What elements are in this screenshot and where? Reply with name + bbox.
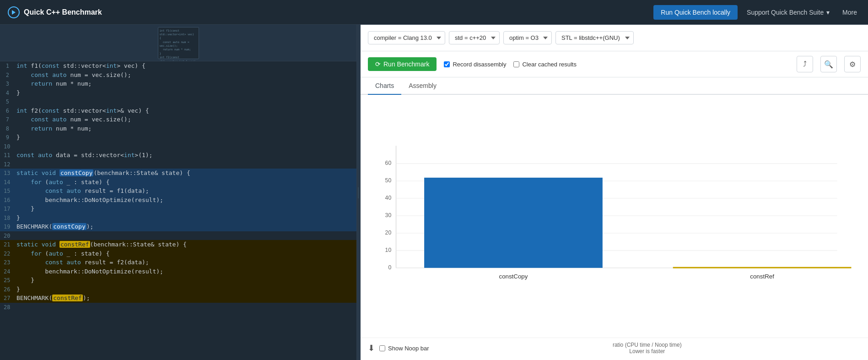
std-select[interactable]: std = c++20 std = c++17 std = c++14 (449, 31, 500, 44)
share-icon-button[interactable]: ⤴ (797, 56, 813, 72)
editor-panel: int f1(const std::vector<int> vec) { con… (0, 25, 357, 360)
code-line-26: 26 } (0, 285, 356, 294)
clock-icon: ⟳ (375, 60, 381, 68)
download-icon[interactable]: ⬇ (368, 343, 375, 353)
share-icon: ⤴ (803, 60, 807, 68)
show-noop-checkbox[interactable] (379, 345, 385, 351)
logo-area: Quick C++ Benchmark (7, 6, 102, 19)
show-noop-toggle[interactable]: Show Noop bar (379, 345, 429, 352)
logo-icon (7, 6, 20, 19)
code-line: 28 (0, 303, 356, 312)
svg-text:0: 0 (388, 264, 391, 271)
code-line-23: 23 const auto result = f2(data); (0, 258, 356, 267)
compiler-select[interactable]: compiler = Clang 13.0 compiler = Clang 1… (368, 31, 445, 44)
code-line: 10 (0, 142, 356, 151)
code-line-13: 13 static void constCopy(benchmark::Stat… (0, 169, 356, 178)
panel-divider[interactable] (357, 25, 361, 360)
more-button[interactable]: More (839, 7, 861, 18)
svg-text:50: 50 (385, 177, 392, 184)
settings-icon-button[interactable]: ⚙ (844, 56, 861, 72)
code-line: 3 return num * num; (0, 79, 356, 88)
run-locally-button[interactable]: Run Quick Bench locally (653, 5, 738, 20)
code-line: 2 const auto num = vec.size(); (0, 71, 356, 80)
code-line-21: 21 static void constRef(benchmark::State… (0, 240, 356, 249)
svg-text:constRef: constRef (750, 273, 774, 280)
chart-footer: ⬇ Show Noop bar ratio (CPU time / Noop t… (361, 338, 868, 360)
svg-text:30: 30 (385, 212, 392, 218)
main-area: int f1(const std::vector<int> vec) { con… (0, 25, 868, 360)
svg-text:60: 60 (385, 160, 392, 166)
code-line-19: 19 BENCHMARK(constCopy); (0, 222, 356, 231)
code-editor[interactable]: 1 int f1(const std::vector<int> vec) { 2… (0, 61, 356, 360)
benchmark-chart: 0 10 20 30 40 50 60 (368, 102, 861, 330)
tabs-bar: Charts Assembly (361, 77, 868, 95)
header: Quick C++ Benchmark Run Quick Bench loca… (0, 0, 868, 25)
record-disassembly-toggle[interactable]: Record disassembly (444, 61, 506, 68)
editor-thumbnail: int f1(const std::vector<int> vec) { con… (0, 25, 356, 61)
tab-assembly[interactable]: Assembly (401, 77, 444, 95)
svg-text:20: 20 (385, 229, 392, 236)
code-line-22: 22 for (auto _ : state) { (0, 249, 356, 258)
support-button[interactable]: Support Quick Bench Suite ▾ (743, 7, 833, 18)
code-line-24: 24 benchmark::DoNotOptimize(result); (0, 267, 356, 276)
svg-text:10: 10 (385, 247, 392, 253)
header-actions: Run Quick Bench locally Support Quick Be… (653, 5, 861, 20)
code-line: 5 (0, 97, 356, 106)
code-line-17: 17 } (0, 204, 356, 213)
code-line: 7 const auto num = vec.size(); (0, 115, 356, 124)
code-line-25: 25 } (0, 276, 356, 285)
code-line: 1 int f1(const std::vector<int> vec) { (0, 61, 356, 71)
chart-footnote: ratio (CPU time / Noop time) Lower is fa… (434, 342, 861, 355)
clear-cached-toggle[interactable]: Clear cached results (513, 61, 577, 68)
optim-select[interactable]: optim = O3 optim = O2 optim = O1 (503, 31, 552, 44)
thumbnail-preview: int f1(const std::vector<int> vec) { con… (158, 27, 199, 59)
code-line-15: 15 const auto result = f1(data); (0, 186, 356, 196)
code-line-16: 16 benchmark::DoNotOptimize(result); (0, 196, 356, 205)
svg-text:40: 40 (385, 195, 392, 201)
code-line: 9 } (0, 133, 356, 142)
code-line: 6 int f2(const std::vector<int>& vec) { (0, 106, 356, 115)
app-title: Quick C++ Benchmark (24, 8, 102, 16)
svg-text:constCopy: constCopy (499, 273, 528, 280)
controls-bar: compiler = Clang 13.0 compiler = Clang 1… (361, 25, 868, 51)
search-icon-button[interactable]: 🔍 (820, 56, 837, 72)
stl-select[interactable]: STL = libstdc++(GNU) STL = libc++(LLVM) (555, 31, 634, 44)
code-line: 12 (0, 160, 356, 169)
code-line: 20 (0, 231, 356, 240)
right-panel: compiler = Clang 13.0 compiler = Clang 1… (361, 25, 868, 360)
clear-cached-checkbox[interactable] (513, 61, 519, 67)
code-line-18: 18 } (0, 213, 356, 223)
chart-area: 0 10 20 30 40 50 60 (361, 95, 868, 338)
bar-constcopy (424, 178, 603, 268)
action-bar: ⟳ Run Benchmark Record disassembly Clear… (361, 51, 868, 77)
code-line: 11 const auto data = std::vector<int>(1)… (0, 151, 356, 160)
code-line: 4 } (0, 88, 356, 98)
code-line-14: 14 for (auto _ : state) { (0, 178, 356, 187)
record-disassembly-checkbox[interactable] (444, 61, 450, 67)
code-line: 8 return num * num; (0, 124, 356, 133)
tab-charts[interactable]: Charts (368, 77, 401, 95)
run-benchmark-button[interactable]: ⟳ Run Benchmark (368, 57, 437, 71)
code-line-27: 27 BENCHMARK(constRef); (0, 294, 356, 303)
bar-constref (673, 267, 852, 268)
search-icon: 🔍 (824, 60, 833, 69)
settings-icon: ⚙ (849, 60, 856, 69)
